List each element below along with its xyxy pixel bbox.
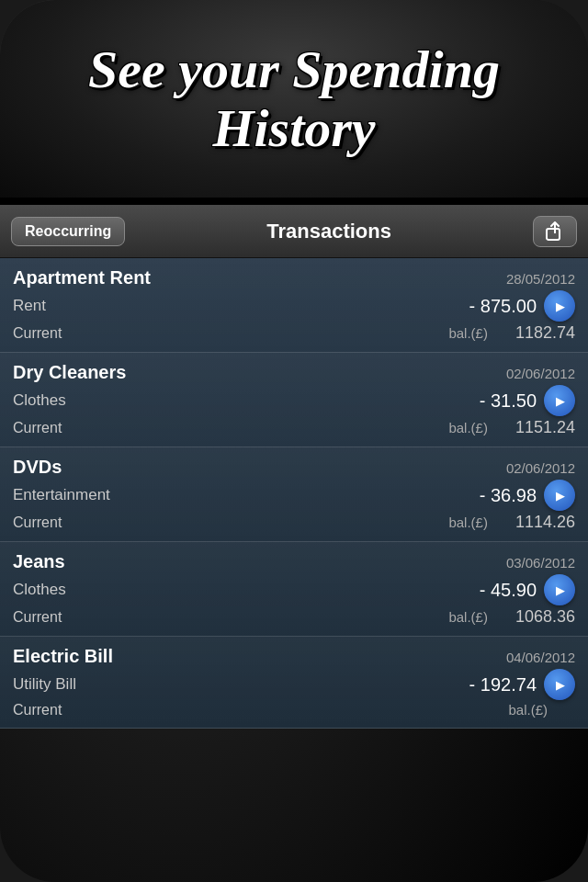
transaction-amount: - 192.74 (469, 674, 537, 695)
transaction-balance-row: bal.(£) 1114.26 (448, 513, 575, 532)
transaction-amount: - 875.00 (469, 296, 537, 317)
transaction-current: Current (13, 609, 62, 626)
transaction-item: Electric Bill 04/06/2012 Utility Bill - … (0, 637, 588, 729)
transaction-chevron-button[interactable] (544, 290, 575, 322)
transaction-bal-label: bal.(£) (448, 325, 488, 341)
transaction-bal-label: bal.(£) (448, 609, 488, 625)
transaction-balance-row: bal.(£) 1151.24 (448, 418, 575, 437)
transaction-chevron-button[interactable] (544, 385, 575, 416)
transaction-item: Jeans 03/06/2012 Clothes - 45.90 Current… (0, 542, 588, 637)
transaction-row-category-amount: Clothes - 31.50 (13, 385, 575, 416)
title-line2: History (212, 98, 375, 158)
transaction-amount: - 45.90 (480, 580, 537, 601)
transaction-row-balance: Current bal.(£) 1182.74 (13, 323, 575, 343)
transaction-balance: 1114.26 (515, 513, 575, 532)
transaction-name: Dry Cleaners (13, 362, 126, 383)
transaction-row-balance: Current bal.(£) (13, 702, 575, 718)
transaction-balance-row: bal.(£) 1068.36 (448, 607, 575, 627)
transaction-current: Current (13, 514, 62, 531)
transaction-item: Dry Cleaners 02/06/2012 Clothes - 31.50 … (0, 353, 588, 447)
toolbar: Reoccurring Transactions (0, 205, 588, 258)
transaction-name: Apartment Rent (13, 267, 151, 288)
transaction-item: Apartment Rent 28/05/2012 Rent - 875.00 … (0, 258, 588, 353)
transaction-bal-label: bal.(£) (448, 420, 488, 435)
reoccurring-button[interactable]: Reoccurring (11, 217, 125, 246)
transaction-row-name-date: Apartment Rent 28/05/2012 (13, 267, 575, 288)
transaction-row-category-amount: Clothes - 45.90 (13, 574, 575, 605)
transaction-date: 02/06/2012 (506, 460, 575, 476)
transaction-date: 28/05/2012 (506, 271, 575, 287)
transaction-amount: - 31.50 (480, 390, 537, 412)
transaction-chevron-button[interactable] (544, 669, 575, 700)
transaction-list: Apartment Rent 28/05/2012 Rent - 875.00 … (0, 258, 588, 729)
transaction-category: Utility Bill (13, 675, 76, 694)
transaction-row-category-amount: Entertainment - 36.98 (13, 480, 575, 511)
transaction-row-balance: Current bal.(£) 1114.26 (13, 513, 575, 532)
transaction-row-name-date: DVDs 02/06/2012 (13, 457, 575, 478)
transaction-date: 02/06/2012 (506, 366, 575, 381)
transaction-bal-label: bal.(£) (448, 514, 488, 530)
transaction-amount-wrap: - 875.00 (469, 290, 575, 322)
transaction-chevron-button[interactable] (544, 574, 575, 605)
transaction-row-balance: Current bal.(£) 1068.36 (13, 607, 575, 627)
transaction-bal-label: bal.(£) (508, 702, 548, 718)
transaction-balance: 1182.74 (515, 323, 575, 343)
transaction-amount-wrap: - 192.74 (469, 669, 575, 700)
transaction-date: 04/06/2012 (506, 650, 575, 665)
title-line1: See your Spending (88, 40, 500, 99)
transaction-amount-wrap: - 31.50 (480, 385, 575, 416)
transaction-row-name-date: Dry Cleaners 02/06/2012 (13, 362, 575, 383)
transaction-category: Rent (13, 297, 46, 315)
transaction-amount-wrap: - 45.90 (480, 574, 575, 605)
transaction-balance: 1068.36 (515, 607, 575, 627)
transaction-current: Current (13, 702, 62, 718)
export-button[interactable] (533, 216, 577, 247)
toolbar-title: Transactions (134, 220, 524, 243)
transaction-name: DVDs (13, 457, 62, 478)
transaction-balance-row: bal.(£) (508, 702, 575, 718)
transaction-current: Current (13, 325, 62, 342)
svg-rect-0 (547, 229, 560, 240)
transaction-category: Entertainment (13, 486, 110, 504)
transaction-name: Electric Bill (13, 646, 113, 667)
transaction-amount: - 36.98 (480, 485, 537, 506)
transaction-row-name-date: Jeans 03/06/2012 (13, 551, 575, 572)
transaction-amount-wrap: - 36.98 (480, 480, 575, 511)
transaction-item: DVDs 02/06/2012 Entertainment - 36.98 Cu… (0, 447, 588, 542)
separator-bar (0, 198, 588, 205)
transaction-date: 03/06/2012 (506, 555, 575, 571)
transaction-category: Clothes (13, 391, 66, 410)
transaction-balance-row: bal.(£) 1182.74 (448, 323, 575, 343)
transaction-current: Current (13, 420, 62, 436)
phone-shell: See your Spending History Reoccurring Tr… (0, 0, 588, 882)
transaction-row-name-date: Electric Bill 04/06/2012 (13, 646, 575, 667)
transaction-category: Clothes (13, 581, 66, 599)
transaction-row-category-amount: Utility Bill - 192.74 (13, 669, 575, 700)
transaction-chevron-button[interactable] (544, 480, 575, 511)
transaction-row-balance: Current bal.(£) 1151.24 (13, 418, 575, 437)
app-title: See your Spending History (88, 40, 500, 158)
app-header: See your Spending History (0, 0, 588, 198)
transaction-balance: 1151.24 (515, 418, 575, 437)
transaction-row-category-amount: Rent - 875.00 (13, 290, 575, 322)
transaction-name: Jeans (13, 551, 65, 572)
